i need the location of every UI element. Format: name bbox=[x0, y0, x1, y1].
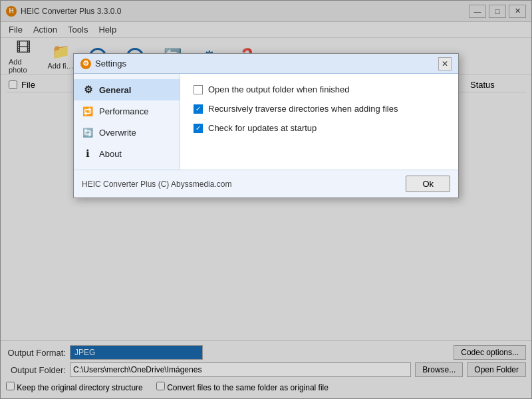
settings-nav: ⚙ General 🔁 Performance 🔄 Overwrite ℹ Ab… bbox=[74, 74, 180, 170]
footer-text: HEIC Converter Plus (C) Abyssmedia.com bbox=[82, 180, 399, 189]
modal-footer: HEIC Converter Plus (C) Abyssmedia.com O… bbox=[74, 170, 458, 198]
nav-item-overwrite[interactable]: 🔄 Overwrite bbox=[74, 122, 180, 143]
nav-item-performance[interactable]: 🔁 Performance bbox=[74, 100, 180, 122]
overwrite-nav-icon: 🔄 bbox=[82, 126, 94, 138]
about-nav-label: About bbox=[99, 149, 122, 159]
modal-title-bar: ⚙ Settings ✕ bbox=[74, 54, 458, 74]
modal-title: Settings bbox=[95, 59, 438, 68]
overwrite-nav-label: Overwrite bbox=[99, 128, 136, 138]
check-updates-option: Check for updates at startup bbox=[194, 123, 445, 133]
modal-body: ⚙ General 🔁 Performance 🔄 Overwrite ℹ Ab… bbox=[74, 74, 458, 170]
open-output-option: Open the output folder when finished bbox=[194, 84, 445, 94]
check-updates-checkbox[interactable] bbox=[194, 124, 203, 133]
open-output-label: Open the output folder when finished bbox=[208, 84, 349, 94]
nav-item-general[interactable]: ⚙ General bbox=[74, 79, 180, 100]
nav-item-about[interactable]: ℹ About bbox=[74, 143, 180, 164]
check-updates-label: Check for updates at startup bbox=[208, 123, 317, 133]
recursive-checkbox[interactable] bbox=[194, 104, 203, 114]
recursive-option: Recursively traverse directories when ad… bbox=[194, 104, 445, 114]
general-nav-label: General bbox=[99, 85, 131, 95]
about-nav-icon: ℹ bbox=[82, 148, 94, 160]
open-output-checkbox[interactable] bbox=[194, 85, 203, 94]
modal-close-button[interactable]: ✕ bbox=[438, 57, 452, 70]
general-nav-icon: ⚙ bbox=[82, 84, 94, 96]
modal-icon: ⚙ bbox=[80, 59, 91, 69]
ok-button[interactable]: Ok bbox=[406, 176, 450, 192]
recursive-label: Recursively traverse directories when ad… bbox=[208, 104, 398, 114]
settings-modal: ⚙ Settings ✕ ⚙ General 🔁 Performance 🔄 O… bbox=[73, 53, 459, 198]
settings-content: Open the output folder when finished Rec… bbox=[180, 74, 458, 170]
performance-nav-label: Performance bbox=[99, 106, 148, 116]
performance-nav-icon: 🔁 bbox=[82, 105, 94, 117]
modal-overlay: ⚙ Settings ✕ ⚙ General 🔁 Performance 🔄 O… bbox=[0, 0, 532, 399]
